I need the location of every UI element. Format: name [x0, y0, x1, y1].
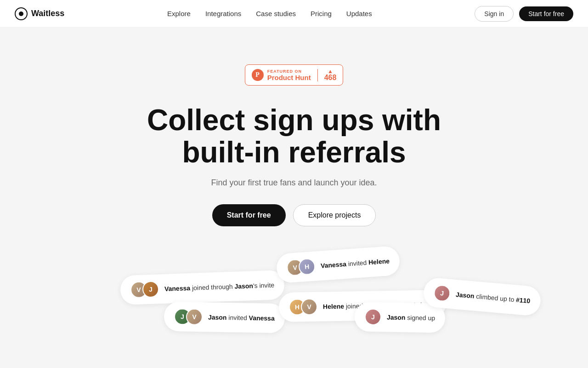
- avatars-vanessa-helene: V H: [286, 258, 316, 276]
- avatars-jason-signed: J: [365, 308, 382, 325]
- card-jason-signedup: J Jason signed up: [354, 302, 445, 333]
- avatars-vanessa-jason: V J: [130, 281, 159, 298]
- ph-name: Product Hunt: [267, 74, 311, 81]
- avatar-jason-3: J: [365, 308, 382, 325]
- card-jason-invited: J V Jason invited Vanessa: [164, 301, 285, 333]
- avatar-vanessa-4: V: [301, 298, 318, 315]
- logo[interactable]: Waitless: [15, 7, 64, 20]
- avatar-vanessa-2: V: [186, 308, 203, 325]
- start-free-button-nav[interactable]: Start for free: [519, 6, 573, 21]
- card-text-jason-signed: Jason signed up: [387, 313, 435, 322]
- hero-subtitle: Find your first true fans and launch you…: [211, 178, 377, 188]
- activity-section: V J Vanessa joined through Jason's invit…: [15, 245, 573, 346]
- nav-updates[interactable]: Updates: [346, 10, 372, 17]
- card-text-vanessa-invited: Vanessa invited Helene: [321, 257, 390, 269]
- avatar-jason-1: J: [142, 281, 159, 298]
- avatar-jason-4: J: [433, 284, 451, 302]
- start-free-button-hero[interactable]: Start for free: [212, 204, 286, 226]
- product-hunt-badge[interactable]: P FEATURED ON Product Hunt ▲ 468: [245, 64, 344, 86]
- logo-icon: [15, 7, 28, 20]
- hero-buttons: Start for free Explore projects: [212, 204, 376, 226]
- navbar: Waitless Explore Integrations Case studi…: [0, 0, 588, 28]
- ph-featured-text: FEATURED ON: [267, 69, 302, 74]
- nav-pricing[interactable]: Pricing: [311, 10, 332, 17]
- card-text-vanessa-joined: Vanessa joined through Jason's invite: [164, 281, 275, 292]
- nav-links: Explore Integrations Case studies Pricin…: [167, 10, 372, 18]
- logo-dot: [19, 12, 23, 16]
- ph-logo: P: [252, 69, 264, 81]
- card-vanessa-joined: V J Vanessa joined through Jason's invit…: [120, 270, 285, 305]
- nav-case-studies[interactable]: Case studies: [256, 10, 296, 17]
- card-vanessa-invited: V H Vanessa invited Helene: [276, 246, 401, 284]
- avatars-helene-vanessa: H V: [289, 298, 318, 315]
- nav-explore[interactable]: Explore: [167, 10, 191, 17]
- nav-integrations[interactable]: Integrations: [205, 10, 241, 17]
- hero-title: Collect sign ups with built-in referrals: [147, 104, 441, 169]
- card-text-jason-invited: Jason invited Vanessa: [208, 313, 275, 322]
- card-text-jason-climbed: Jason climbed up to #110: [456, 291, 531, 305]
- hero-section: P FEATURED ON Product Hunt ▲ 468 Collect…: [0, 28, 588, 368]
- ph-count: 468: [324, 74, 337, 81]
- avatars-jason-vanessa: J V: [174, 308, 203, 325]
- logo-text: Waitless: [31, 9, 64, 18]
- ph-badge-left: P FEATURED ON Product Hunt: [245, 69, 318, 81]
- nav-actions: Sign in Start for free: [475, 6, 573, 22]
- ph-badge-right: ▲ 468: [318, 69, 343, 81]
- explore-projects-button[interactable]: Explore projects: [293, 204, 376, 226]
- signin-button[interactable]: Sign in: [475, 6, 514, 22]
- avatars-jason-climbed: J: [433, 284, 451, 302]
- ph-text-block: FEATURED ON Product Hunt: [267, 69, 311, 81]
